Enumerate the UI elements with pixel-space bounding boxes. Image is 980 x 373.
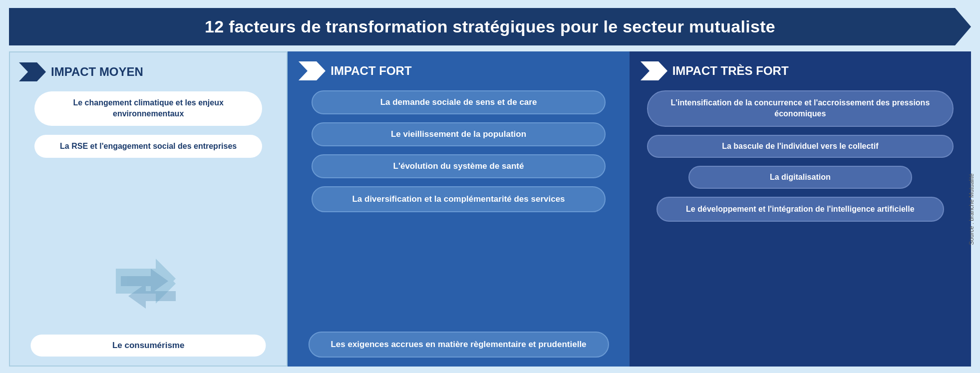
arrow-icon-moyen (19, 62, 46, 81)
section-header-fort: IMPACT FORT (299, 61, 411, 80)
pill-fort-bottom: Les exigences accrues en matière règleme… (308, 332, 609, 358)
svg-marker-4 (641, 61, 667, 80)
pill-tres-fort-3: La digitalisation (688, 166, 912, 189)
exchange-arrows-icon (111, 254, 186, 321)
header-banner: 12 facteurs de transformation stratégiqu… (9, 8, 971, 45)
pill-fort-1: La demande sociale de sens et de care (312, 90, 606, 114)
pill-moyen-1: Le changement climatique et les enjeux e… (34, 91, 262, 126)
source-text: Source : branche Mutualité (968, 173, 975, 245)
pill-moyen-2: La RSE et l'engagement social des entrep… (34, 135, 262, 158)
section-title-moyen: IMPACT MOYEN (51, 65, 143, 79)
col-impact-fort: IMPACT FORT La demande sociale de sens e… (288, 51, 629, 367)
col-impact-tres-fort: IMPACT TRÈS FORT L'intensification de la… (630, 51, 971, 367)
pill-tres-fort-4: Le développement et l'intégration de l'i… (656, 197, 944, 222)
svg-marker-0 (19, 62, 46, 81)
svg-marker-3 (299, 61, 326, 80)
pill-moyen-bottom: Le consumérisme (31, 335, 266, 357)
pill-fort-4: La diversification et la complémentarité… (312, 186, 606, 212)
section-header-tres-fort: IMPACT TRÈS FORT (641, 61, 789, 80)
arrow-icon-fort (299, 61, 326, 80)
arrow-icon-tres-fort (641, 61, 667, 80)
pill-fort-2: Le vieillissement de la population (312, 122, 606, 146)
section-title-fort: IMPACT FORT (330, 64, 411, 78)
section-title-tres-fort: IMPACT TRÈS FORT (672, 64, 789, 78)
pill-tres-fort-1: L'intensification de la concurrence et l… (647, 90, 954, 127)
pill-tres-fort-2: La bascule de l'individuel vers le colle… (647, 135, 954, 158)
col-impact-moyen: IMPACT MOYEN Le changement climatique et… (9, 51, 288, 367)
pill-fort-3: L'évolution du système de santé (312, 154, 606, 178)
section-header-moyen: IMPACT MOYEN (19, 62, 143, 81)
